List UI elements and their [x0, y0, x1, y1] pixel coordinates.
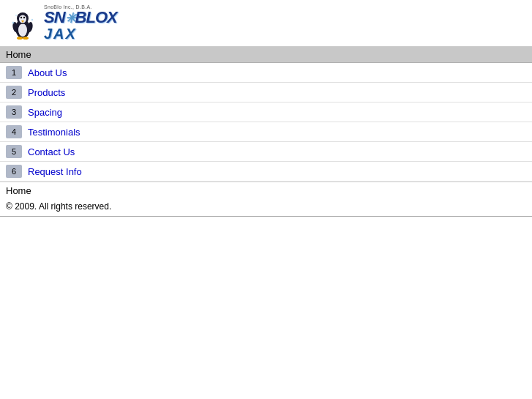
- nav-item-link[interactable]: About Us: [28, 67, 67, 78]
- svg-point-9: [17, 37, 23, 40]
- nav-item-number: 5: [6, 145, 22, 158]
- logo-sn: SN: [44, 8, 65, 26]
- svg-point-12: [31, 18, 33, 20]
- nav-item-number: 2: [6, 86, 22, 99]
- svg-point-10: [23, 37, 29, 40]
- nav-item-link[interactable]: Contact Us: [28, 146, 75, 157]
- header: SnoBlo Inc., D.B.A. SN✳BLOX JAX: [0, 0, 532, 47]
- footer-copyright: © 2009. All rights reserved.: [0, 199, 532, 217]
- nav-item[interactable]: 6Request Info: [0, 162, 532, 182]
- nav-item[interactable]: 5Contact Us: [0, 142, 532, 162]
- svg-point-11: [12, 21, 15, 23]
- logo-blox: BLOX: [75, 8, 117, 26]
- nav-item-number: 1: [6, 66, 22, 79]
- nav-item-link[interactable]: Request Info: [28, 166, 82, 177]
- logo-star: ✳: [65, 11, 75, 26]
- svg-point-5: [23, 16, 25, 18]
- svg-point-13: [15, 15, 17, 16]
- nav-item-link[interactable]: Testimonials: [28, 127, 80, 138]
- nav-item-link[interactable]: Spacing: [28, 107, 62, 118]
- nav-item-link[interactable]: Products: [28, 87, 65, 98]
- nav-item-number: 4: [6, 125, 22, 138]
- logo-penguin-icon: [6, 7, 44, 40]
- logo-container: SnoBlo Inc., D.B.A. SN✳BLOX JAX: [6, 4, 526, 42]
- nav-item[interactable]: 2Products: [0, 83, 532, 102]
- svg-point-4: [20, 16, 22, 18]
- logo-text: SnoBlo Inc., D.B.A. SN✳BLOX JAX: [44, 4, 117, 42]
- nav-section-label: Home: [0, 47, 532, 63]
- nav-item[interactable]: 1About Us: [0, 63, 532, 83]
- nav-item[interactable]: 4Testimonials: [0, 122, 532, 142]
- nav-item-number: 3: [6, 105, 22, 119]
- logo-brand: SN✳BLOX JAX: [44, 10, 117, 42]
- footer-home-label: Home: [0, 182, 532, 199]
- nav-item-number: 6: [6, 165, 22, 178]
- logo-jax: JAX: [44, 26, 77, 42]
- svg-point-1: [18, 23, 27, 37]
- nav-list: 1About Us2Products3Spacing4Testimonials5…: [0, 63, 532, 182]
- nav-item[interactable]: 3Spacing: [0, 102, 532, 122]
